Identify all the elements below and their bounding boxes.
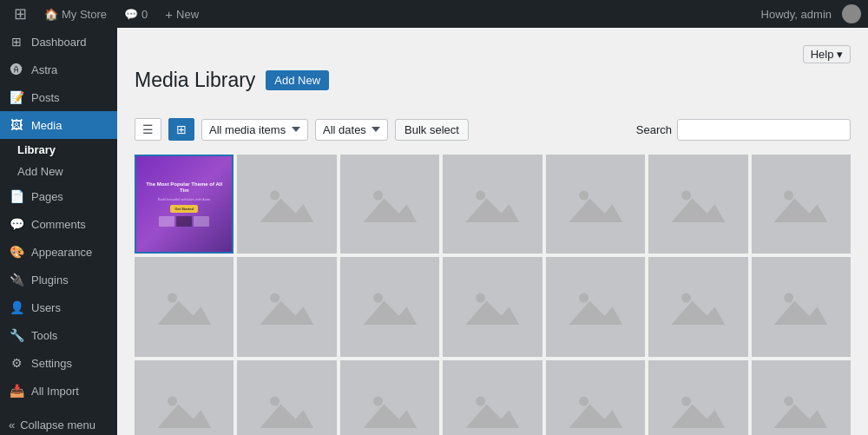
- comments-count: 0: [141, 8, 148, 21]
- sidebar-item-settings[interactable]: ⚙ Settings: [0, 349, 117, 377]
- sidebar-item-dashboard[interactable]: ⊞ Dashboard: [0, 28, 117, 56]
- list-view-button[interactable]: ☰: [135, 118, 161, 141]
- svg-marker-9: [671, 198, 725, 221]
- media-grid: The Most Popular Theme of All Tim Build …: [135, 155, 851, 435]
- help-button[interactable]: Help ▾: [803, 45, 851, 63]
- sidebar-item-label: Comments: [31, 218, 86, 231]
- placeholder-icon: [463, 380, 523, 435]
- media-item[interactable]: [340, 155, 439, 254]
- mockup-block-3: [194, 216, 209, 227]
- add-new-button[interactable]: Add New: [266, 70, 329, 90]
- howdy-text[interactable]: Howdy, admin: [754, 8, 838, 21]
- sidebar-item-pages[interactable]: 📄 Pages: [0, 182, 117, 210]
- sidebar-item-posts[interactable]: 📝 Posts: [0, 83, 117, 111]
- sidebar-item-comments[interactable]: 💬 Comments: [0, 210, 117, 238]
- appearance-icon: 🎨: [9, 245, 24, 259]
- media-item[interactable]: [443, 257, 542, 356]
- pages-icon: 📄: [9, 189, 24, 203]
- svg-point-30: [373, 396, 383, 405]
- house-icon: 🏠: [44, 8, 58, 21]
- help-bar: Help ▾: [135, 45, 851, 63]
- media-item-featured[interactable]: The Most Popular Theme of All Tim Build …: [135, 155, 233, 254]
- placeholder-icon: [257, 380, 317, 435]
- media-item[interactable]: [237, 155, 336, 254]
- svg-marker-39: [774, 404, 828, 427]
- media-item[interactable]: [237, 360, 336, 435]
- tools-icon: 🔧: [9, 328, 24, 342]
- media-item[interactable]: [752, 257, 851, 356]
- sidebar-item-appearance[interactable]: 🎨 Appearance: [0, 238, 117, 266]
- submenu-add-new-label: Add New: [17, 165, 63, 178]
- media-item[interactable]: [752, 155, 851, 254]
- svg-marker-5: [466, 198, 520, 221]
- plus-icon: +: [165, 7, 173, 22]
- svg-point-12: [168, 293, 177, 303]
- site-name-link[interactable]: 🏠 My Store: [37, 8, 114, 21]
- media-item[interactable]: [340, 360, 439, 435]
- media-item[interactable]: [340, 257, 439, 356]
- sidebar-item-all-import[interactable]: 📥 All Import: [0, 377, 117, 405]
- sidebar-item-label: Tools: [31, 329, 57, 342]
- wp-logo-icon[interactable]: ⊞: [7, 4, 34, 23]
- collapse-menu-button[interactable]: « Collapse menu: [0, 412, 117, 435]
- placeholder-icon: [668, 175, 728, 234]
- media-item[interactable]: [546, 360, 645, 435]
- import-icon: 📥: [9, 384, 24, 398]
- submenu-add-new[interactable]: Add New: [9, 161, 117, 182]
- media-item[interactable]: [135, 257, 233, 356]
- sidebar-item-label: Dashboard: [31, 36, 87, 49]
- media-item[interactable]: [648, 360, 747, 435]
- admin-bar: ⊞ 🏠 My Store 💬 0 + New Howdy, admin: [0, 0, 868, 28]
- grid-view-button[interactable]: ⊞: [168, 118, 194, 141]
- featured-subtext: Build beautiful websites with Astra: [158, 197, 210, 201]
- svg-marker-1: [260, 198, 314, 221]
- sidebar-item-media[interactable]: 🖼 Media ◀: [0, 111, 117, 139]
- placeholder-icon: [771, 175, 831, 234]
- media-item[interactable]: [546, 155, 645, 254]
- avatar[interactable]: [842, 4, 861, 23]
- sidebar-item-label: Plugins: [31, 274, 69, 287]
- svg-point-8: [681, 190, 691, 200]
- date-filter[interactable]: All dates: [315, 119, 388, 141]
- svg-marker-7: [569, 198, 622, 221]
- sidebar-item-label: Users: [31, 301, 61, 314]
- media-item[interactable]: [237, 257, 336, 356]
- adminbar-left: ⊞ 🏠 My Store 💬 0 + New: [7, 4, 206, 23]
- placeholder-icon: [668, 277, 728, 337]
- media-type-filter[interactable]: All media items: [201, 119, 308, 141]
- svg-point-24: [785, 293, 794, 303]
- sidebar-item-users[interactable]: 👤 Users: [0, 293, 117, 321]
- new-content-link[interactable]: + New: [158, 7, 206, 22]
- media-item[interactable]: [135, 360, 233, 435]
- content-area: Help ▾ Media Library Add New ☰ ⊞ All med…: [117, 28, 868, 435]
- adminbar-right: Howdy, admin: [754, 4, 861, 23]
- svg-point-16: [373, 293, 383, 303]
- bulk-select-button[interactable]: Bulk select: [395, 119, 469, 141]
- media-item[interactable]: [443, 360, 542, 435]
- comments-sidebar-icon: 💬: [9, 217, 24, 231]
- media-item[interactable]: [648, 257, 747, 356]
- media-item[interactable]: [546, 257, 645, 356]
- media-item[interactable]: [752, 360, 851, 435]
- comments-link[interactable]: 💬 0: [117, 8, 155, 21]
- placeholder-icon: [257, 277, 317, 337]
- sidebar-item-plugins[interactable]: 🔌 Plugins: [0, 266, 117, 293]
- site-name-text: My Store: [62, 8, 107, 21]
- media-item[interactable]: [443, 155, 542, 254]
- featured-thumbnail: The Most Popular Theme of All Tim Build …: [136, 156, 232, 252]
- submenu-library[interactable]: Library: [9, 139, 117, 161]
- placeholder-icon: [155, 380, 214, 435]
- svg-point-4: [476, 190, 485, 200]
- sidebar-item-astra[interactable]: 🅐 Astra: [0, 56, 117, 83]
- placeholder-icon: [463, 277, 523, 337]
- sidebar-item-tools[interactable]: 🔧 Tools: [0, 321, 117, 349]
- sidebar-arrow-icon: ◀: [102, 121, 108, 130]
- svg-point-10: [785, 190, 794, 200]
- svg-point-38: [785, 396, 794, 405]
- svg-point-2: [373, 190, 383, 200]
- svg-marker-13: [157, 301, 211, 325]
- sidebar-item-label: Astra: [31, 63, 57, 76]
- media-item[interactable]: [648, 155, 747, 254]
- list-view-icon: ☰: [142, 122, 154, 136]
- search-input[interactable]: [677, 119, 851, 141]
